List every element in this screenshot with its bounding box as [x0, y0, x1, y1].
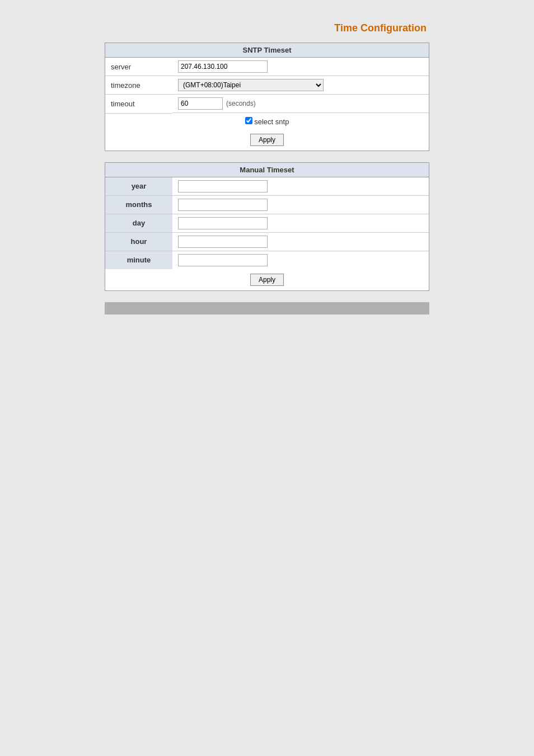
page-title: Time Configuration [105, 22, 429, 34]
year-input-cell [172, 177, 403, 196]
day-label: day [105, 214, 172, 232]
minute-input[interactable] [178, 254, 268, 266]
manual-section: Manual Timeset year months [105, 162, 429, 291]
hour-input-cell [172, 232, 403, 251]
minute-row: minute [105, 251, 429, 269]
timeout-label: timeout [105, 95, 172, 114]
months-label: months [105, 195, 172, 214]
server-value-cell [172, 58, 429, 76]
select-sntp-row: select sntp [105, 113, 429, 129]
months-input-cell [172, 195, 403, 214]
timezone-label: timezone [105, 76, 172, 95]
manual-apply-row: Apply [105, 269, 429, 290]
months-row: months [105, 195, 429, 214]
select-sntp-checkbox[interactable] [245, 117, 252, 124]
manual-table: year months day [105, 177, 429, 269]
timeout-input[interactable] [178, 97, 223, 110]
hour-row: hour [105, 232, 429, 251]
year-label: year [105, 177, 172, 196]
server-row: server [105, 58, 429, 76]
page-wrapper: Time Configuration SNTP Timeset server t… [0, 0, 534, 756]
year-row: year [105, 177, 429, 196]
timeout-row: timeout (seconds) [105, 95, 429, 114]
timeout-unit: (seconds) [226, 100, 256, 107]
timezone-select[interactable]: (GMT+08:00)Taipei (GMT+00:00)UTC (GMT-05… [178, 79, 324, 91]
select-sntp-label: select sntp [254, 118, 289, 126]
timezone-row: timezone (GMT+08:00)Taipei (GMT+00:00)UT… [105, 76, 429, 95]
day-row: day [105, 214, 429, 232]
server-label: server [105, 58, 172, 76]
manual-header: Manual Timeset [105, 163, 429, 177]
main-content: Time Configuration SNTP Timeset server t… [105, 11, 429, 314]
hour-input[interactable] [178, 236, 268, 248]
manual-apply-button[interactable]: Apply [250, 274, 284, 286]
sntp-table: server timezone (GMT+08:00)Taipei (GMT+0… [105, 58, 429, 129]
day-input[interactable] [178, 217, 268, 229]
timezone-value-cell: (GMT+08:00)Taipei (GMT+00:00)UTC (GMT-05… [172, 76, 429, 95]
year-input[interactable] [178, 180, 268, 192]
hour-label: hour [105, 232, 172, 251]
sntp-apply-button[interactable]: Apply [250, 134, 284, 146]
timeout-value-cell: (seconds) [172, 95, 429, 113]
day-input-cell [172, 214, 403, 232]
sntp-header: SNTP Timeset [105, 43, 429, 58]
server-input[interactable] [178, 60, 268, 73]
sntp-section: SNTP Timeset server timezone (GMT+08:00)… [105, 43, 429, 151]
footer-bar [105, 302, 429, 314]
sntp-apply-row: Apply [105, 129, 429, 151]
minute-input-cell [172, 251, 403, 269]
minute-label: minute [105, 251, 172, 269]
months-input[interactable] [178, 199, 268, 211]
